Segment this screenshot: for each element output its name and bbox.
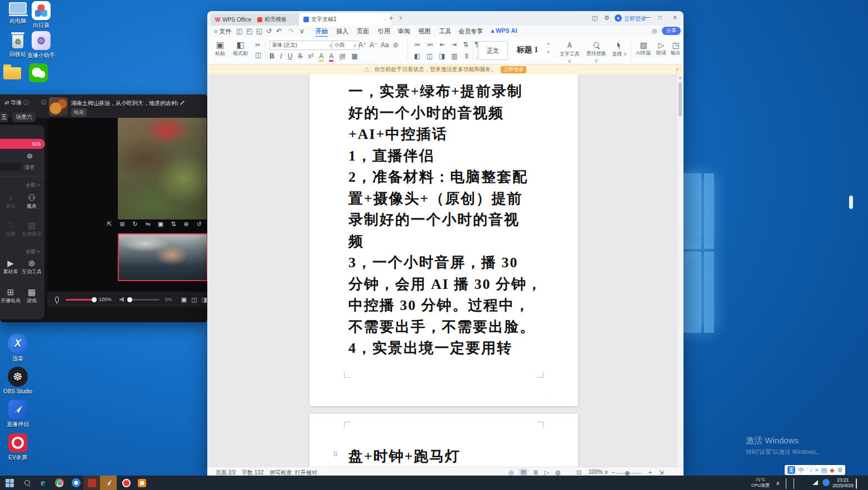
flip-vertical-icon[interactable]: ⇅ bbox=[168, 221, 179, 228]
rotate-icon[interactable]: ↻ bbox=[129, 221, 141, 228]
menu-insert[interactable]: 插入 bbox=[336, 27, 348, 36]
document-page-1[interactable]: 一，实景+绿布+提前录制 好的一个小时的音视频 +AI+中控插话 1，直播伴侣 … bbox=[310, 74, 578, 406]
justify-icon[interactable]: ▥ bbox=[451, 52, 457, 60]
undo-icon[interactable]: ↶ bbox=[276, 27, 282, 35]
redo-icon[interactable]: ↷ bbox=[288, 27, 294, 35]
ime-cut-icon[interactable]: × bbox=[815, 467, 818, 473]
tray-display-icon[interactable] bbox=[794, 479, 797, 490]
info-icon[interactable]: ⓘ bbox=[23, 99, 29, 106]
page-view-icon[interactable]: ▤ bbox=[518, 468, 528, 476]
tray-mic-icon[interactable] bbox=[786, 479, 786, 490]
font-color-button[interactable]: A bbox=[329, 52, 333, 62]
numbering-icon[interactable]: ≕ bbox=[427, 41, 433, 48]
menu-wps-ai[interactable]: ▲WPS AI bbox=[490, 27, 517, 34]
taskbar-red-app[interactable] bbox=[83, 476, 100, 490]
desktop-icon-obs[interactable]: ☸ OBS Studio bbox=[1, 367, 34, 394]
ime-logo-icon[interactable]: 王 bbox=[787, 466, 795, 474]
taskbar-chrome[interactable] bbox=[51, 476, 68, 490]
desktop-icon-wechat[interactable] bbox=[29, 63, 48, 82]
close-button[interactable]: × bbox=[673, 14, 677, 22]
bullets-icon[interactable]: ≔ bbox=[414, 41, 421, 48]
chat-input[interactable] bbox=[0, 163, 21, 171]
desktop-icon-live-helper[interactable]: ⚙ 直播小助手 bbox=[24, 31, 58, 59]
align-center-icon[interactable]: ◫ bbox=[426, 52, 432, 60]
tray-app-icon[interactable] bbox=[822, 479, 830, 486]
scroll-up-arrow[interactable]: ▲ bbox=[677, 74, 683, 81]
tool-game[interactable]: ▦ 游戏 bbox=[21, 287, 42, 304]
speaker-muted-icon[interactable] bbox=[119, 297, 124, 302]
ime-settings-icon[interactable]: ⚙ bbox=[837, 467, 843, 474]
taskbar-orange-app[interactable] bbox=[133, 476, 150, 490]
desktop-icon-xunlei[interactable]: X 迅雷 bbox=[1, 333, 34, 363]
notification-center-icon[interactable] bbox=[856, 479, 857, 489]
desktop-icon-folder[interactable] bbox=[3, 64, 22, 81]
taskbar-search-button[interactable] bbox=[19, 476, 36, 490]
tab-list-chevron[interactable]: ∨ bbox=[399, 15, 403, 21]
zoom-in-icon[interactable]: + bbox=[645, 469, 655, 476]
record-icon[interactable]: ▣ bbox=[181, 296, 187, 303]
superscript-button[interactable]: x² bbox=[308, 52, 313, 62]
scene-tab-6[interactable]: 场景六 bbox=[12, 112, 36, 122]
menu-member[interactable]: 会员专享 bbox=[458, 27, 483, 36]
shading-button[interactable]: ▩ bbox=[351, 52, 357, 62]
start-button[interactable] bbox=[1, 476, 18, 490]
new-tab-button[interactable]: + bbox=[389, 14, 393, 22]
increase-font-icon[interactable]: A⁺ bbox=[358, 41, 366, 49]
menu-start[interactable]: 开始 bbox=[316, 27, 328, 37]
text-direction-icon[interactable]: ⇅ bbox=[463, 41, 468, 48]
desktop-icon-remote[interactable]: 向日葵 bbox=[24, 1, 58, 29]
print-preview-icon[interactable]: ◱ bbox=[256, 27, 262, 35]
clear-format-icon[interactable]: ⊘ bbox=[393, 41, 398, 49]
settings-gear-icon[interactable]: ⚙ bbox=[604, 14, 610, 22]
tool-like[interactable]: ♡ 点赞 bbox=[0, 221, 21, 238]
menu-review[interactable]: 审阅 bbox=[398, 27, 410, 36]
maximize-button[interactable]: □ bbox=[659, 14, 662, 21]
tab-document[interactable]: 文字文稿1 · bbox=[299, 13, 391, 26]
paste-button[interactable]: ▣ 粘贴 bbox=[215, 40, 225, 57]
copy-icon[interactable]: ◫ bbox=[255, 51, 261, 59]
zoom-slider[interactable] bbox=[616, 473, 642, 474]
reset-icon[interactable]: ↺ bbox=[193, 221, 204, 228]
save-icon[interactable]: ◫ bbox=[236, 27, 242, 35]
read-aloud-button[interactable]: ▷ 朗读 bbox=[654, 41, 669, 57]
cpu-temp-widget[interactable]: 71°C CPU温度 bbox=[751, 477, 770, 488]
center-icon[interactable]: ⊞ bbox=[117, 221, 128, 228]
share-button[interactable]: 分享 bbox=[662, 27, 681, 35]
zoom-out-icon[interactable]: − bbox=[608, 469, 618, 476]
file-menu[interactable]: ≡ 文件 bbox=[214, 27, 231, 36]
video-source-main[interactable] bbox=[118, 118, 207, 219]
pinyin-button[interactable]: 拼 bbox=[339, 52, 346, 62]
outdent-icon[interactable]: ⇤ bbox=[440, 41, 445, 48]
video-source-selected[interactable] bbox=[118, 233, 207, 281]
ime-keyboard-icon[interactable]: ▤ bbox=[821, 467, 827, 474]
decrease-font-icon[interactable]: A⁻ bbox=[370, 41, 377, 49]
ime-skin-icon[interactable]: ◆ bbox=[830, 467, 834, 474]
tray-network-icon[interactable] bbox=[812, 480, 818, 485]
tool-interact[interactable]: ⊛ 互动工具 bbox=[21, 258, 42, 276]
mic-volume-slider[interactable] bbox=[66, 299, 94, 301]
flip-icon[interactable]: ⇋ bbox=[142, 221, 153, 228]
notice-login-button[interactable]: 立即登录 bbox=[501, 66, 526, 73]
window-layout-icon[interactable]: ◫ bbox=[592, 14, 597, 22]
target-icon[interactable]: ⊚ bbox=[27, 152, 33, 160]
document-scrollbar[interactable]: ▲ bbox=[677, 74, 683, 467]
style-normal[interactable]: 正文 bbox=[478, 41, 508, 60]
taskbar-live-partner-active[interactable] bbox=[100, 476, 117, 490]
ai-layout-button[interactable]: ▧ AI排版 bbox=[634, 41, 653, 57]
bold-button[interactable]: B bbox=[270, 52, 275, 62]
desktop-icon-live-partner[interactable]: 直播伴侣 bbox=[1, 400, 34, 428]
menu-tools[interactable]: 工具 bbox=[439, 27, 451, 36]
align-right-icon[interactable]: ◨ bbox=[439, 52, 445, 60]
tool-gift[interactable]: ▥ 礼物展示 bbox=[21, 221, 42, 238]
select-button[interactable]: 选择 ∨ bbox=[611, 41, 628, 58]
tab-wps-home[interactable]: W WPS Office bbox=[211, 13, 260, 26]
tool-magic[interactable]: ⚇ 魔表 bbox=[21, 193, 42, 210]
scrollbar-thumb[interactable] bbox=[679, 82, 682, 117]
align-left-icon[interactable]: ◧ bbox=[414, 52, 420, 60]
video-canvas[interactable]: ⇱ ⊞ ↻ ⇋ ▣ ⇅ ⊕ ↺ bbox=[47, 118, 207, 292]
style-heading1[interactable]: 标题 1 bbox=[509, 41, 546, 59]
quickbar-chevron-icon[interactable]: ∨ bbox=[300, 27, 305, 35]
document-area[interactable]: 一，实景+绿布+提前录制 好的一个小时的音视频 +AI+中控插话 1，直播伴侣 … bbox=[207, 74, 684, 467]
all-link-1[interactable]: 全部 > bbox=[17, 182, 40, 189]
ime-lang-icon[interactable]: 中 bbox=[798, 466, 804, 474]
